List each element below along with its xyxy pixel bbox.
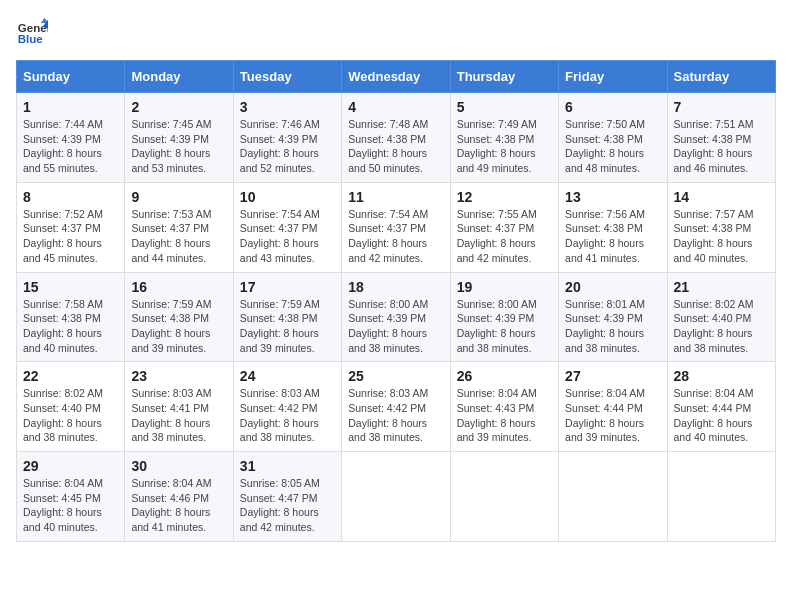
day-number: 3 xyxy=(240,99,335,115)
calendar-cell: 15 Sunrise: 7:58 AM Sunset: 4:38 PM Dayl… xyxy=(17,272,125,362)
daylight-label: Daylight: 8 hours and 38 minutes. xyxy=(348,417,427,444)
day-info: Sunrise: 7:45 AM Sunset: 4:39 PM Dayligh… xyxy=(131,117,226,176)
day-info: Sunrise: 8:05 AM Sunset: 4:47 PM Dayligh… xyxy=(240,476,335,535)
sunrise-label: Sunrise: 7:55 AM xyxy=(457,208,537,220)
calendar-cell xyxy=(450,452,558,542)
sunrise-label: Sunrise: 8:01 AM xyxy=(565,298,645,310)
day-info: Sunrise: 7:56 AM Sunset: 4:38 PM Dayligh… xyxy=(565,207,660,266)
day-number: 17 xyxy=(240,279,335,295)
day-number: 19 xyxy=(457,279,552,295)
sunset-label: Sunset: 4:40 PM xyxy=(674,312,752,324)
daylight-label: Daylight: 8 hours and 46 minutes. xyxy=(674,147,753,174)
day-info: Sunrise: 8:03 AM Sunset: 4:41 PM Dayligh… xyxy=(131,386,226,445)
sunset-label: Sunset: 4:39 PM xyxy=(565,312,643,324)
page-header: General Blue xyxy=(16,16,776,48)
day-info: Sunrise: 7:46 AM Sunset: 4:39 PM Dayligh… xyxy=(240,117,335,176)
day-number: 24 xyxy=(240,368,335,384)
day-number: 18 xyxy=(348,279,443,295)
week-row-4: 22 Sunrise: 8:02 AM Sunset: 4:40 PM Dayl… xyxy=(17,362,776,452)
day-info: Sunrise: 7:49 AM Sunset: 4:38 PM Dayligh… xyxy=(457,117,552,176)
calendar-cell: 16 Sunrise: 7:59 AM Sunset: 4:38 PM Dayl… xyxy=(125,272,233,362)
sunset-label: Sunset: 4:38 PM xyxy=(565,133,643,145)
sunrise-label: Sunrise: 8:04 AM xyxy=(23,477,103,489)
sunrise-label: Sunrise: 8:02 AM xyxy=(23,387,103,399)
calendar-cell: 1 Sunrise: 7:44 AM Sunset: 4:39 PM Dayli… xyxy=(17,93,125,183)
sunrise-label: Sunrise: 8:04 AM xyxy=(674,387,754,399)
logo: General Blue xyxy=(16,16,52,48)
day-number: 29 xyxy=(23,458,118,474)
daylight-label: Daylight: 8 hours and 53 minutes. xyxy=(131,147,210,174)
calendar-cell: 6 Sunrise: 7:50 AM Sunset: 4:38 PM Dayli… xyxy=(559,93,667,183)
sunrise-label: Sunrise: 7:53 AM xyxy=(131,208,211,220)
day-info: Sunrise: 7:54 AM Sunset: 4:37 PM Dayligh… xyxy=(240,207,335,266)
day-number: 22 xyxy=(23,368,118,384)
daylight-label: Daylight: 8 hours and 55 minutes. xyxy=(23,147,102,174)
day-info: Sunrise: 7:44 AM Sunset: 4:39 PM Dayligh… xyxy=(23,117,118,176)
sunrise-label: Sunrise: 8:04 AM xyxy=(565,387,645,399)
day-number: 23 xyxy=(131,368,226,384)
calendar-cell: 14 Sunrise: 7:57 AM Sunset: 4:38 PM Dayl… xyxy=(667,182,775,272)
daylight-label: Daylight: 8 hours and 43 minutes. xyxy=(240,237,319,264)
day-number: 9 xyxy=(131,189,226,205)
daylight-label: Daylight: 8 hours and 40 minutes. xyxy=(23,506,102,533)
sunset-label: Sunset: 4:38 PM xyxy=(565,222,643,234)
calendar-cell: 9 Sunrise: 7:53 AM Sunset: 4:37 PM Dayli… xyxy=(125,182,233,272)
sunset-label: Sunset: 4:42 PM xyxy=(240,402,318,414)
sunrise-label: Sunrise: 8:04 AM xyxy=(457,387,537,399)
col-header-monday: Monday xyxy=(125,61,233,93)
daylight-label: Daylight: 8 hours and 45 minutes. xyxy=(23,237,102,264)
daylight-label: Daylight: 8 hours and 40 minutes. xyxy=(23,327,102,354)
sunrise-label: Sunrise: 8:03 AM xyxy=(131,387,211,399)
calendar-cell: 31 Sunrise: 8:05 AM Sunset: 4:47 PM Dayl… xyxy=(233,452,341,542)
sunrise-label: Sunrise: 7:45 AM xyxy=(131,118,211,130)
logo-icon: General Blue xyxy=(16,16,48,48)
svg-text:Blue: Blue xyxy=(18,33,44,45)
day-info: Sunrise: 7:58 AM Sunset: 4:38 PM Dayligh… xyxy=(23,297,118,356)
day-number: 1 xyxy=(23,99,118,115)
daylight-label: Daylight: 8 hours and 48 minutes. xyxy=(565,147,644,174)
sunrise-label: Sunrise: 7:50 AM xyxy=(565,118,645,130)
day-number: 14 xyxy=(674,189,769,205)
sunset-label: Sunset: 4:42 PM xyxy=(348,402,426,414)
calendar-cell: 13 Sunrise: 7:56 AM Sunset: 4:38 PM Dayl… xyxy=(559,182,667,272)
day-info: Sunrise: 7:53 AM Sunset: 4:37 PM Dayligh… xyxy=(131,207,226,266)
day-info: Sunrise: 8:04 AM Sunset: 4:46 PM Dayligh… xyxy=(131,476,226,535)
day-info: Sunrise: 8:03 AM Sunset: 4:42 PM Dayligh… xyxy=(348,386,443,445)
calendar-cell: 10 Sunrise: 7:54 AM Sunset: 4:37 PM Dayl… xyxy=(233,182,341,272)
sunset-label: Sunset: 4:47 PM xyxy=(240,492,318,504)
sunrise-label: Sunrise: 7:54 AM xyxy=(240,208,320,220)
sunset-label: Sunset: 4:40 PM xyxy=(23,402,101,414)
day-info: Sunrise: 8:04 AM Sunset: 4:44 PM Dayligh… xyxy=(565,386,660,445)
day-number: 16 xyxy=(131,279,226,295)
sunset-label: Sunset: 4:37 PM xyxy=(240,222,318,234)
header-row: SundayMondayTuesdayWednesdayThursdayFrid… xyxy=(17,61,776,93)
day-number: 6 xyxy=(565,99,660,115)
week-row-5: 29 Sunrise: 8:04 AM Sunset: 4:45 PM Dayl… xyxy=(17,452,776,542)
sunrise-label: Sunrise: 8:04 AM xyxy=(131,477,211,489)
sunset-label: Sunset: 4:39 PM xyxy=(240,133,318,145)
day-number: 20 xyxy=(565,279,660,295)
calendar-cell: 18 Sunrise: 8:00 AM Sunset: 4:39 PM Dayl… xyxy=(342,272,450,362)
day-info: Sunrise: 7:52 AM Sunset: 4:37 PM Dayligh… xyxy=(23,207,118,266)
day-number: 2 xyxy=(131,99,226,115)
daylight-label: Daylight: 8 hours and 38 minutes. xyxy=(565,327,644,354)
sunset-label: Sunset: 4:39 PM xyxy=(23,133,101,145)
week-row-3: 15 Sunrise: 7:58 AM Sunset: 4:38 PM Dayl… xyxy=(17,272,776,362)
calendar-cell xyxy=(667,452,775,542)
daylight-label: Daylight: 8 hours and 42 minutes. xyxy=(457,237,536,264)
daylight-label: Daylight: 8 hours and 42 minutes. xyxy=(348,237,427,264)
calendar-cell: 12 Sunrise: 7:55 AM Sunset: 4:37 PM Dayl… xyxy=(450,182,558,272)
daylight-label: Daylight: 8 hours and 38 minutes. xyxy=(674,327,753,354)
calendar-cell: 21 Sunrise: 8:02 AM Sunset: 4:40 PM Dayl… xyxy=(667,272,775,362)
daylight-label: Daylight: 8 hours and 39 minutes. xyxy=(565,417,644,444)
calendar-cell: 25 Sunrise: 8:03 AM Sunset: 4:42 PM Dayl… xyxy=(342,362,450,452)
daylight-label: Daylight: 8 hours and 50 minutes. xyxy=(348,147,427,174)
day-info: Sunrise: 7:54 AM Sunset: 4:37 PM Dayligh… xyxy=(348,207,443,266)
day-info: Sunrise: 8:04 AM Sunset: 4:45 PM Dayligh… xyxy=(23,476,118,535)
sunset-label: Sunset: 4:44 PM xyxy=(674,402,752,414)
daylight-label: Daylight: 8 hours and 38 minutes. xyxy=(348,327,427,354)
sunset-label: Sunset: 4:41 PM xyxy=(131,402,209,414)
sunset-label: Sunset: 4:38 PM xyxy=(348,133,426,145)
sunrise-label: Sunrise: 7:59 AM xyxy=(240,298,320,310)
col-header-friday: Friday xyxy=(559,61,667,93)
